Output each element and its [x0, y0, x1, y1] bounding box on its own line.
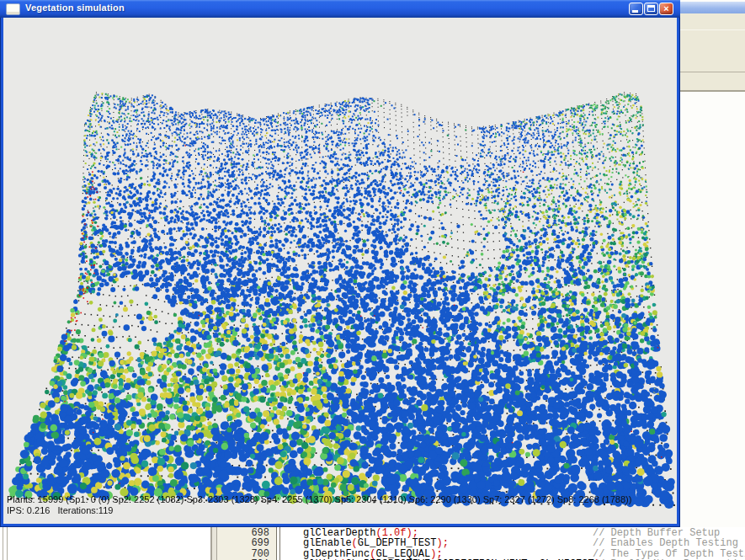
background-code-editor-right[interactable]: cies[s].fCoant[i].ptPoNT, Indicesp For O… [680, 92, 745, 560]
application-icon[interactable] [6, 3, 20, 15]
desktop: cies[s].fCoant[i].ptPoNT, Indicesp For O… [0, 0, 745, 560]
simulation-viewport[interactable]: Plants: 15999 (Sp1: 0 (0) Sp2: 2252 (108… [3, 18, 677, 524]
background-window-titlebar[interactable] [680, 2, 745, 13]
window-controls: × [629, 3, 673, 15]
close-button[interactable]: × [659, 3, 673, 15]
maximize-icon [647, 5, 655, 12]
toolbar-band-3 [680, 72, 745, 92]
background-ide-right: cies[s].fCoant[i].ptPoNT, Indicesp For O… [680, 0, 745, 560]
minimize-button[interactable] [629, 3, 643, 15]
minimize-icon [632, 10, 638, 13]
toolbar-band-1 [680, 13, 745, 30]
vegetation-simulation-window: Vegetation simulation × Plants: 15999 (S… [0, 0, 680, 527]
window-titlebar[interactable]: Vegetation simulation × [0, 0, 680, 18]
close-icon: × [660, 3, 673, 14]
vegetation-scatter-canvas[interactable] [3, 18, 677, 524]
background-code-editor[interactable]: 698 glClearDepth(1.0f); // Depth Buffer … [0, 527, 745, 560]
status-plants: Plants: 15999 (Sp1: 0 (0) Sp2: 2252 (108… [7, 494, 631, 504]
toolbar-band-2 [680, 30, 745, 72]
status-ips-iterations: IPS: 0.216 Iterations:119 [7, 505, 113, 515]
maximize-button[interactable] [644, 3, 658, 15]
window-title: Vegetation simulation [25, 3, 125, 13]
